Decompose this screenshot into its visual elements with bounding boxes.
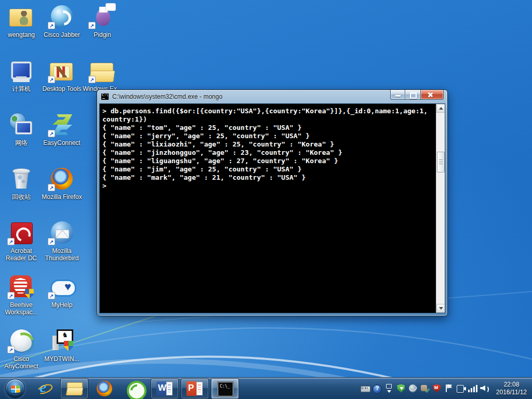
taskbar: 22:08 2016/11/12 — [0, 377, 532, 399]
taskbar-app-icon — [126, 380, 143, 397]
desktop-icon[interactable]: MyHelp — [42, 273, 82, 327]
desktop-icon[interactable]: MYDTWIN... — [42, 327, 82, 381]
terminal-line: > db.persons.find({$or:[{country:"USA"},… — [102, 107, 435, 115]
tray-icon[interactable] — [396, 383, 406, 394]
desktop-icon-glyph-wrap — [48, 111, 75, 138]
taskbar-button[interactable] — [90, 378, 118, 399]
start-button[interactable] — [5, 379, 25, 398]
desktop-icon-label: Mozilla Firefox — [42, 193, 82, 201]
scrollbar-thumb[interactable] — [437, 152, 445, 172]
terminal-line: { "name" : "mark", "age" : 21, "country"… — [102, 174, 435, 182]
shortcut-arrow-icon — [48, 184, 55, 191]
desktop-icon-label: Cisco Jabber — [44, 31, 80, 38]
tray-icon[interactable] — [468, 383, 478, 394]
console[interactable]: > db.persons.find({$or:[{country:"USA"},… — [99, 103, 445, 313]
terminal-line: { "name" : "liguangshu", "age" : 27, "co… — [102, 157, 435, 165]
desktop: wengtang 计算机 网络 — [0, 0, 532, 399]
taskbar-buttons — [29, 378, 240, 399]
desktop-icon-glyph-wrap — [48, 165, 75, 192]
tray-icon[interactable] — [372, 383, 382, 394]
desktop-icon-glyph-wrap — [48, 273, 75, 300]
taskbar-button[interactable] — [181, 378, 209, 399]
tray-icon[interactable] — [456, 383, 466, 394]
terminal-line: { "name" : "jim", "age" : 25, "country" … — [102, 165, 435, 174]
scroll-down-arrow-icon[interactable] — [436, 304, 445, 313]
desktop-icon[interactable]: 网络 — [1, 111, 42, 165]
tray-icon[interactable] — [360, 383, 370, 394]
tray-icon[interactable] — [384, 383, 394, 394]
clock-time: 22:08 — [496, 381, 527, 389]
tray-icon[interactable] — [432, 383, 442, 394]
shortcut-arrow-icon — [88, 22, 96, 29]
close-button[interactable] — [420, 90, 444, 100]
terminal-line: > — [102, 182, 435, 190]
shortcut-arrow-icon — [48, 292, 55, 299]
windows-logo-icon — [11, 385, 21, 393]
minimize-button[interactable] — [390, 90, 405, 100]
desktop-icon-glyph-wrap — [48, 219, 75, 246]
terminal-line: { "name" : "jerry", "age" : 25, "country… — [102, 132, 435, 140]
desktop-icon[interactable]: Pidgin — [82, 3, 123, 57]
tray-icon[interactable] — [420, 383, 430, 394]
desktop-icon-glyph-wrap — [8, 327, 35, 354]
desktop-icon-glyph-wrap — [8, 165, 35, 192]
shortcut-arrow-icon — [88, 76, 96, 83]
desktop-icon-label: Pidgin — [94, 31, 111, 38]
scroll-up-arrow-icon[interactable] — [436, 104, 445, 113]
desktop-icon-glyph-wrap — [48, 3, 75, 30]
app-icon — [9, 4, 34, 29]
tray-icon[interactable] — [444, 383, 454, 394]
desktop-icon-glyph-wrap — [89, 3, 116, 30]
desktop-icon[interactable]: 计算机 — [1, 57, 42, 111]
taskbar-app-icon — [217, 380, 233, 397]
console-scrollbar[interactable] — [436, 104, 445, 313]
taskbar-button[interactable] — [121, 378, 149, 399]
app-icon — [9, 166, 34, 191]
desktop-icon-label: 计算机 — [12, 85, 31, 92]
window-controls — [390, 90, 444, 100]
desktop-icon-label: Beehive Workspac... — [1, 301, 42, 316]
cmd-window: C:\windows\system32\cmd.exe - mongo > db… — [97, 89, 448, 316]
taskbar-clock[interactable]: 22:08 2016/11/12 — [496, 381, 527, 396]
shortcut-arrow-icon — [7, 292, 15, 299]
app-icon — [49, 328, 74, 353]
taskbar-app-icon — [36, 380, 52, 397]
desktop-icon[interactable]: Cisco AnyConnect — [1, 327, 42, 381]
desktop-icon-label: Mozilla Thunderbird — [42, 247, 82, 262]
desktop-icon[interactable]: Acrobat Reader DC — [1, 219, 42, 273]
desktop-icon-label: MyHelp — [51, 301, 73, 309]
shortcut-arrow-icon — [48, 130, 55, 137]
console-output: > db.persons.find({$or:[{country:"USA"},… — [100, 104, 436, 313]
desktop-icon-glyph-wrap — [48, 57, 75, 84]
desktop-icon-label: MYDTWIN... — [44, 355, 79, 363]
taskbar-button[interactable] — [151, 378, 179, 399]
tray-icon[interactable] — [408, 383, 418, 394]
desktop-icon-label: EasyConnect — [43, 139, 80, 147]
desktop-icon[interactable]: wengtang — [1, 3, 42, 57]
tray-icon[interactable] — [480, 383, 490, 394]
taskbar-button[interactable] — [211, 378, 239, 399]
taskbar-app-icon — [96, 380, 113, 397]
shortcut-arrow-icon — [48, 22, 55, 29]
maximize-button[interactable] — [405, 90, 420, 100]
desktop-icon[interactable]: Mozilla Firefox — [42, 165, 82, 219]
desktop-icon[interactable]: 回收站 — [1, 165, 42, 219]
desktop-icon-glyph-wrap — [8, 111, 35, 138]
shortcut-arrow-icon — [7, 346, 15, 353]
taskbar-button[interactable] — [60, 378, 88, 399]
desktop-icon-glyph-wrap — [89, 57, 116, 84]
desktop-icon[interactable]: EasyConnect — [42, 111, 82, 165]
desktop-icon[interactable]: Beehive Workspac... — [1, 273, 42, 327]
cmd-prompt-icon — [101, 93, 109, 100]
desktop-icon[interactable]: Desktop Tools — [42, 57, 82, 111]
desktop-icon[interactable]: Mozilla Thunderbird — [42, 219, 82, 273]
desktop-icon-glyph-wrap — [8, 273, 35, 300]
taskbar-button[interactable] — [30, 378, 58, 399]
desktop-icon[interactable]: Cisco Jabber — [42, 3, 82, 57]
taskbar-app-icon — [187, 380, 203, 397]
cmd-titlebar[interactable]: C:\windows\system32\cmd.exe - mongo — [97, 90, 447, 103]
system-tray: 22:08 2016/11/12 — [360, 378, 532, 399]
desktop-icon-label: 网络 — [15, 139, 28, 147]
terminal-line: { "name" : "tom", "age" : 25, "country" … — [102, 124, 435, 132]
doc-page-decoration — [166, 382, 172, 395]
